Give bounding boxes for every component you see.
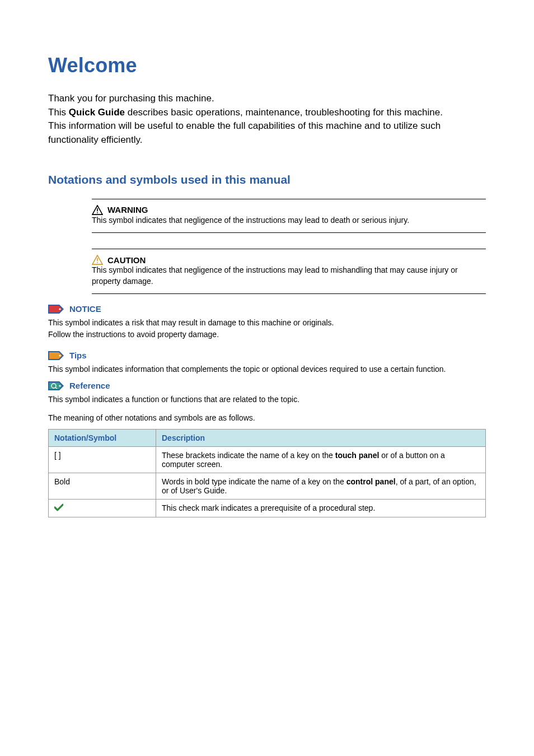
tips-body: This symbol indicates information that c…	[48, 363, 486, 375]
notice-body: This symbol indicates a risk that may re…	[48, 317, 486, 340]
warning-header: WARNING	[92, 199, 486, 215]
warning-icon	[92, 205, 103, 215]
table-header-row: Notation/Symbol Description	[49, 430, 486, 447]
tips-label: Tips	[69, 351, 87, 360]
reference-label: Reference	[69, 381, 110, 390]
table-cell-notation: [ ]	[49, 447, 156, 473]
notice-icon	[48, 305, 64, 314]
table-cell-notation: Bold	[49, 473, 156, 500]
table-cell-description: Words in bold type indicate the name of …	[156, 473, 486, 500]
svg-point-11	[59, 354, 60, 356]
caution-callout: CAUTION This symbol indicates that negli…	[92, 249, 486, 294]
notice-label: NOTICE	[69, 304, 101, 314]
intro-line3: This information will be useful to enabl…	[48, 120, 441, 145]
svg-rect-4	[97, 258, 98, 262]
table-cell-description: This check mark indicates a prerequisite…	[156, 500, 486, 517]
page-title: Welcome	[48, 54, 486, 77]
divider	[92, 293, 486, 294]
table-row: Bold Words in bold type indicate the nam…	[49, 473, 486, 500]
table-header-notation: Notation/Symbol	[49, 430, 156, 447]
svg-point-8	[59, 308, 60, 310]
notice-header: NOTICE	[48, 304, 486, 314]
notice-body-2: Follow the instructions to avoid propert…	[48, 330, 219, 339]
intro-line2-pre: This	[48, 107, 69, 118]
notice-callout: NOTICE This symbol indicates a risk that…	[48, 304, 486, 340]
reference-icon	[48, 381, 64, 390]
table-cell-description: These brackets indicate the name of a ke…	[156, 447, 486, 473]
checkmark-icon	[54, 503, 63, 511]
intro-line1: Thank you for purchasing this machine.	[48, 93, 214, 104]
caution-icon	[92, 255, 103, 265]
table-header-description: Description	[156, 430, 486, 447]
svg-rect-5	[97, 262, 98, 263]
section-heading: Notations and symbols used in this manua…	[48, 173, 486, 186]
reference-callout: Reference This symbol indicates a functi…	[48, 381, 486, 405]
warning-label: WARNING	[107, 205, 148, 214]
intro-line2-post: describes basic operations, maintenance,…	[125, 107, 443, 118]
reference-body: This symbol indicates a function or func…	[48, 394, 486, 405]
notice-body-1: This symbol indicates a risk that may re…	[48, 318, 334, 327]
svg-point-16	[59, 385, 60, 386]
svg-rect-2	[97, 212, 98, 213]
reference-header: Reference	[48, 381, 486, 390]
caution-label: CAUTION	[107, 255, 146, 265]
svg-rect-1	[97, 208, 98, 211]
caution-body: This symbol indicates that negligence of…	[92, 265, 486, 293]
tips-header: Tips	[48, 351, 486, 360]
intro-quick-guide-bold: Quick Guide	[69, 107, 125, 118]
tips-callout: Tips This symbol indicates information t…	[48, 351, 486, 375]
table-lead: The meaning of other notations and symbo…	[48, 413, 486, 422]
caution-header: CAUTION	[92, 249, 486, 265]
divider	[92, 232, 486, 233]
warning-callout: WARNING This symbol indicates that negli…	[92, 199, 486, 234]
warning-body: This symbol indicates that negligence of…	[92, 215, 486, 233]
table-cell-notation	[49, 500, 156, 517]
notation-table: Notation/Symbol Description [ ] These br…	[48, 429, 486, 517]
tips-icon	[48, 351, 64, 360]
intro-paragraph: Thank you for purchasing this machine. T…	[48, 92, 486, 147]
table-row: [ ] These brackets indicate the name of …	[49, 447, 486, 473]
table-row: This check mark indicates a prerequisite…	[49, 500, 486, 517]
document-page: Welcome Thank you for purchasing this ma…	[0, 0, 534, 540]
